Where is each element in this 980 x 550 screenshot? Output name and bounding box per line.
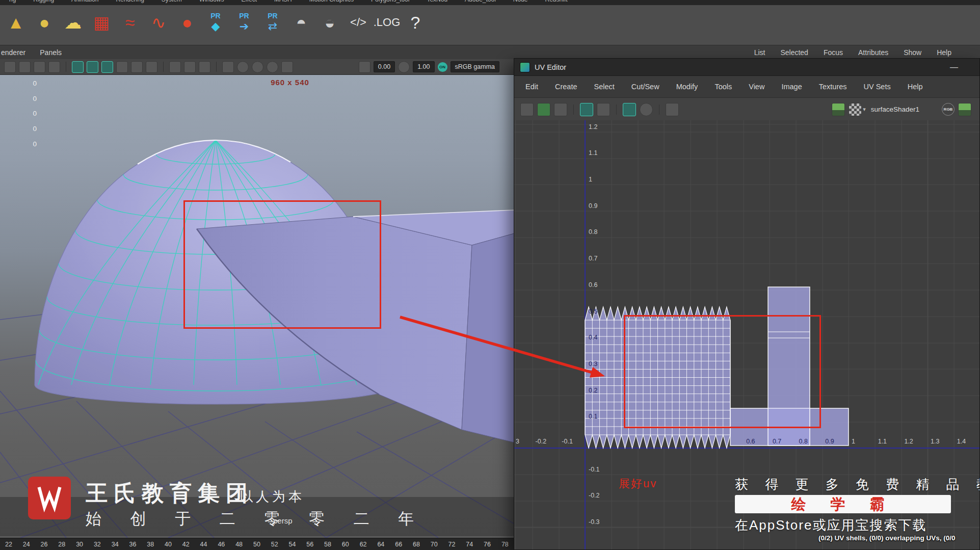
cloud-icon[interactable]: ☁ <box>60 7 86 38</box>
log-file-icon[interactable]: .LOG <box>374 7 400 38</box>
main-menu-item[interactable]: System <box>162 0 182 5</box>
minimize-button[interactable]: — <box>947 63 961 72</box>
main-menu-item[interactable]: Animation <box>71 0 98 5</box>
textured-cube-icon[interactable] <box>101 61 113 73</box>
shaded-cube-icon[interactable] <box>87 61 98 73</box>
uv-distortion-icon[interactable] <box>520 103 534 116</box>
curve-icon[interactable]: ∿ <box>146 7 171 38</box>
uv-border-icon[interactable] <box>580 103 593 116</box>
uv-gradient-icon[interactable] <box>554 103 567 116</box>
two-pane-icon[interactable] <box>19 61 31 73</box>
uv-editor-titlebar[interactable]: UV Editor — <box>514 59 979 76</box>
three-pane-icon[interactable] <box>34 61 45 73</box>
attribute-menu-item[interactable]: Show <box>904 48 921 57</box>
main-menu-item[interactable]: Windows <box>199 0 224 5</box>
attribute-menu-item[interactable]: List <box>754 48 765 57</box>
pr-cube-icon[interactable]: PR◆ <box>203 7 228 38</box>
main-menu-item[interactable]: ng <box>9 0 16 5</box>
main-menu-item[interactable]: Adobe_tool <box>465 0 496 5</box>
all-lights-icon[interactable] <box>184 61 196 73</box>
cone-icon[interactable]: ▲ <box>3 7 29 38</box>
panel-menu-item[interactable]: Panels <box>40 48 62 57</box>
uv-menu-item[interactable]: Help <box>908 83 923 91</box>
image-display-icon[interactable] <box>958 103 971 116</box>
gear-icon[interactable] <box>359 61 370 73</box>
uv-annotation-rect <box>624 315 821 428</box>
wireframe-cube-icon[interactable] <box>72 61 84 73</box>
viewport-3d[interactable]: 960 x 540 00000 王氏教育集团 以人为本 始 创 于 二 零 零 … <box>0 75 514 538</box>
main-menu-item[interactable]: TexNod <box>427 0 447 5</box>
four-pane-icon[interactable] <box>48 61 60 73</box>
snap-point-icon[interactable] <box>267 61 278 73</box>
main-menu-item[interactable]: Node <box>513 0 528 5</box>
view-transform-select[interactable]: sRGB gamma <box>451 61 500 72</box>
pr-export-icon[interactable]: PR➔ <box>231 7 257 38</box>
red-sphere-icon[interactable]: ● <box>174 7 200 38</box>
uv-menu-item[interactable]: View <box>749 83 764 91</box>
snap-grid-icon[interactable] <box>237 61 249 73</box>
main-menu-item[interactable]: Motion Graphics <box>309 0 354 5</box>
uv-menu-item[interactable]: UV Sets <box>864 83 891 91</box>
help-icon[interactable]: ? <box>403 7 428 38</box>
select-tool-icon[interactable] <box>222 61 234 73</box>
shader-name-label[interactable]: surfaceShader1 <box>871 106 919 113</box>
uv-note-text: 展好uv <box>619 476 657 491</box>
single-pane-icon[interactable] <box>4 61 16 73</box>
sphere-wire-icon[interactable] <box>131 61 143 73</box>
uv-menu-item[interactable]: Textures <box>819 83 847 91</box>
uv-menu-item[interactable]: Tools <box>714 83 732 91</box>
uv-menu-item[interactable]: Image <box>781 83 802 91</box>
contrast-icon[interactable] <box>398 61 410 73</box>
script-editor-icon[interactable]: </> <box>346 7 371 38</box>
snap-curve-icon[interactable] <box>252 61 263 73</box>
uv-target-icon[interactable] <box>640 103 653 116</box>
timeline[interactable]: 2224262830323436384042444648505254565860… <box>0 538 514 550</box>
main-menu-item[interactable]: Redshift <box>545 0 568 5</box>
uv-snapshot-camera-icon[interactable] <box>666 103 679 116</box>
attribute-menu-item[interactable]: Attributes <box>858 48 888 57</box>
checker-map-icon[interactable] <box>849 103 862 116</box>
uv-axis-label: 0.6 <box>589 281 597 289</box>
checker-cube-icon[interactable]: ▦ <box>89 7 114 38</box>
spheres-icon[interactable]: ● <box>32 7 57 38</box>
uv-menu-item[interactable]: Select <box>594 83 615 91</box>
shadows-icon[interactable] <box>199 61 210 73</box>
attribute-menu-item[interactable]: Selected <box>780 48 808 57</box>
sphere-shaded-icon[interactable] <box>146 61 157 73</box>
dish2-icon[interactable]: ◒ <box>317 7 342 38</box>
camera-gate-icon[interactable] <box>281 61 293 73</box>
color-management-toggle[interactable]: ON <box>438 62 447 72</box>
uv-menu-item[interactable]: Modify <box>676 83 698 91</box>
attribute-menu-item[interactable]: Help <box>937 48 951 57</box>
rgb-channels-button[interactable]: RGB <box>942 103 955 116</box>
uv-menu-item[interactable]: Create <box>555 83 577 91</box>
uv-axis-label: 0.8 <box>589 228 597 235</box>
uv-canvas[interactable]: 1.21.110.90.80.70.60.50.40.30.20.1-0.1-0… <box>514 120 979 549</box>
uv-texture-icon[interactable] <box>597 103 610 116</box>
pr-transfer-icon[interactable]: PR⇄ <box>260 7 285 38</box>
uv-menu-item[interactable]: Cut/Sew <box>631 83 659 91</box>
uv-axis-label: 0.9 <box>589 202 597 209</box>
uv-menu-item[interactable]: Edit <box>525 83 538 91</box>
main-menu-item[interactable]: Effect <box>242 0 257 5</box>
default-light-icon[interactable] <box>169 61 181 73</box>
main-menu-item[interactable]: Rigging <box>33 0 54 5</box>
strokes-icon[interactable]: ≈ <box>117 7 143 38</box>
exposure-field[interactable]: 0.00 <box>374 61 395 72</box>
maya-window: ngRiggingAnimationRenderingSystemWindows… <box>0 0 980 550</box>
timeline-frame-label: 58 <box>324 541 331 548</box>
main-menu-item[interactable]: Polygons_tool <box>371 0 409 5</box>
chevron-down-icon[interactable]: ▾ <box>863 106 866 113</box>
panel-menu-item[interactable]: enderer <box>1 48 25 57</box>
attribute-menu-item[interactable]: Focus <box>824 48 843 57</box>
uv-axis-label: 3 <box>516 438 519 445</box>
main-menu-item[interactable]: MASH <box>274 0 292 5</box>
channel-values: 00000 <box>27 76 37 151</box>
texture-image-icon[interactable] <box>832 103 845 116</box>
uv-grid-icon[interactable] <box>537 103 550 116</box>
uv-shade-icon[interactable] <box>623 103 636 116</box>
dish-icon[interactable]: ◓ <box>288 7 314 38</box>
material-cube-icon[interactable] <box>116 61 128 73</box>
main-menu-item[interactable]: Rendering <box>116 0 144 5</box>
gamma-field[interactable]: 1.00 <box>413 61 434 72</box>
